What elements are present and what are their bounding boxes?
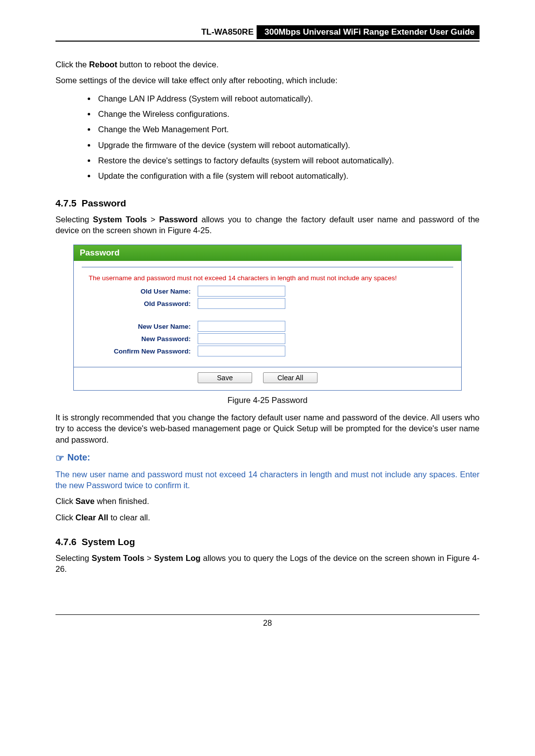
label-confirm-pass: Confirm New Password: bbox=[82, 348, 191, 355]
section-title: Password bbox=[82, 198, 126, 208]
new-user-input[interactable] bbox=[198, 321, 285, 332]
label-new-pass: New Password: bbox=[82, 335, 191, 343]
bold-save: Save bbox=[75, 497, 95, 505]
section-number: 4.7.5 bbox=[55, 198, 76, 208]
row-new-user: New User Name: bbox=[82, 321, 453, 332]
row-confirm-pass: Confirm New Password: bbox=[82, 346, 453, 356]
list-item: Change LAN IP Address (System will reboo… bbox=[96, 91, 480, 106]
paragraph-476-intro: Selecting System Tools > System Log allo… bbox=[55, 553, 480, 575]
body-content: Click the Reboot button to reboot the de… bbox=[55, 59, 480, 575]
old-pass-input[interactable] bbox=[198, 298, 285, 309]
header-title: 300Mbps Universal WiFi Range Extender Us… bbox=[257, 25, 480, 39]
bold-reboot: Reboot bbox=[89, 60, 117, 69]
bold-system-tools: System Tools bbox=[93, 215, 147, 224]
new-pass-input[interactable] bbox=[198, 333, 285, 344]
confirm-pass-input[interactable] bbox=[198, 346, 285, 356]
list-item: Change the Web Management Port. bbox=[96, 122, 480, 137]
label-new-user: New User Name: bbox=[82, 323, 191, 330]
paragraph-475-intro: Selecting System Tools > Password allows… bbox=[55, 214, 480, 236]
paragraph-settings-intro: Some settings of the device will take ef… bbox=[55, 75, 480, 86]
row-old-user: Old User Name: bbox=[82, 286, 453, 297]
clear-all-button[interactable]: Clear All bbox=[263, 372, 318, 383]
bold-system-tools-2: System Tools bbox=[92, 554, 144, 562]
note-text: The new user name and password must not … bbox=[55, 469, 480, 491]
figure-caption: Figure 4-25 Password bbox=[73, 396, 462, 405]
paragraph-click-clear: Click Clear All to clear all. bbox=[55, 512, 480, 523]
list-item: Update the configuration with a file (sy… bbox=[96, 168, 480, 184]
panel-title: Password bbox=[74, 245, 461, 261]
old-user-input[interactable] bbox=[198, 286, 285, 297]
bold-clear-all: Clear All bbox=[75, 513, 108, 522]
figure-panel: Password The username and password must … bbox=[73, 245, 462, 391]
panel-divider bbox=[82, 267, 453, 267]
panel-warning: The username and password must not excee… bbox=[89, 274, 453, 282]
section-heading-476: 4.7.6 System Log bbox=[55, 537, 480, 548]
paragraph-click-save: Click Save when finished. bbox=[55, 496, 480, 506]
bold-password: Password bbox=[159, 215, 198, 224]
label-old-pass: Old Password: bbox=[82, 300, 191, 307]
row-new-pass: New Password: bbox=[82, 333, 453, 344]
note-hand-icon: ☞ bbox=[55, 452, 64, 464]
header-bar: TL-WA850RE 300Mbps Universal WiFi Range … bbox=[145, 25, 480, 40]
section-heading-475: 4.7.5 Password bbox=[55, 198, 480, 209]
section-number: 4.7.6 bbox=[55, 537, 76, 547]
save-button[interactable]: Save bbox=[198, 372, 252, 383]
paragraph-recommend: It is strongly recommended that you chan… bbox=[55, 412, 480, 445]
page-number: 28 bbox=[55, 619, 480, 628]
footer-rule bbox=[55, 614, 480, 615]
section-title: System Log bbox=[82, 537, 135, 547]
label-old-user: Old User Name: bbox=[82, 288, 191, 295]
bold-system-log: System Log bbox=[154, 554, 201, 562]
list-item: Restore the device's settings to factory… bbox=[96, 153, 480, 168]
header-model: TL-WA850RE bbox=[198, 27, 257, 37]
paragraph-reboot: Click the Reboot button to reboot the de… bbox=[55, 59, 480, 70]
note-heading: ☞Note: bbox=[55, 452, 480, 464]
reboot-list: Change LAN IP Address (System will reboo… bbox=[55, 91, 480, 184]
figure-4-25: Password The username and password must … bbox=[73, 245, 462, 405]
list-item: Upgrade the firmware of the device (syst… bbox=[96, 138, 480, 153]
list-item: Change the Wireless configurations. bbox=[96, 106, 480, 122]
header-rule bbox=[55, 41, 480, 42]
row-old-pass: Old Password: bbox=[82, 298, 453, 309]
panel-button-row: Save Clear All bbox=[74, 367, 461, 390]
